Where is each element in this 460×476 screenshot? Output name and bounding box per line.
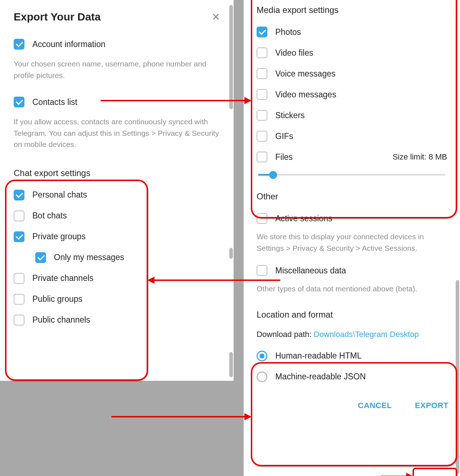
only-my-messages-label: Only my messages (54, 253, 124, 262)
photos-label: Photos (275, 27, 301, 37)
private-groups-checkbox[interactable] (14, 231, 24, 242)
private-groups-row[interactable]: Private groups (14, 226, 220, 247)
private-channels-label: Private channels (32, 273, 93, 283)
video-messages-row[interactable]: Video messages (257, 84, 447, 105)
format-html-label: Human-readable HTML (275, 351, 362, 361)
video-messages-checkbox[interactable] (257, 89, 267, 100)
other-section: Other Active sessions We store this to d… (244, 183, 460, 301)
personal-chats-label: Personal chats (32, 190, 87, 200)
active-sessions-row[interactable]: Active sessions (257, 208, 447, 229)
close-icon[interactable]: ✕ (212, 11, 220, 23)
photos-row[interactable]: Photos (257, 22, 447, 42)
other-title: Other (257, 191, 447, 202)
stickers-row[interactable]: Stickers (257, 105, 447, 126)
format-html-row[interactable]: Human-readable HTML (257, 346, 447, 366)
public-groups-checkbox[interactable] (14, 294, 24, 305)
export-dialog-left: Export Your Data ✕ Account information Y… (0, 0, 234, 381)
misc-data-desc: Other types of data not mentioned above … (257, 281, 447, 301)
only-my-messages-checkbox[interactable] (35, 252, 46, 263)
files-label: Files (275, 152, 293, 162)
download-path-label: Download path: (257, 330, 314, 339)
format-json-row[interactable]: Machine-readable JSON (257, 366, 447, 387)
size-limit-label: Size limit: 8 MB (392, 152, 447, 162)
public-groups-label: Public groups (32, 294, 82, 304)
location-format-section: Location and format Download path: Downl… (244, 301, 460, 387)
dialog-header: Export Your Data ✕ (0, 0, 234, 30)
misc-data-checkbox[interactable] (257, 265, 267, 276)
scrollbar-left-1[interactable] (229, 5, 233, 109)
bot-chats-checkbox[interactable] (14, 211, 24, 221)
private-groups-label: Private groups (32, 232, 86, 241)
voice-messages-checkbox[interactable] (257, 68, 267, 79)
video-files-checkbox[interactable] (257, 47, 267, 58)
account-info-desc: Your chosen screen name, username, phone… (0, 58, 234, 88)
misc-data-label: Miscellaneous data (275, 266, 346, 276)
format-html-radio[interactable] (257, 351, 267, 361)
voice-messages-label: Voice messages (275, 69, 335, 79)
files-checkbox[interactable] (257, 152, 267, 162)
media-export-title: Media export settings (257, 0, 447, 15)
active-sessions-checkbox[interactable] (257, 213, 267, 224)
download-path-link[interactable]: Downloads\Telegram Desktop (314, 330, 419, 339)
account-info-row[interactable]: Account information (14, 34, 220, 55)
bot-chats-label: Bot chats (32, 211, 67, 221)
dialog-buttons: CANCEL EXPORT (244, 387, 460, 417)
active-sessions-desc: We store this to display your connected … (257, 229, 447, 260)
contacts-section: Contacts list (0, 88, 234, 116)
public-channels-label: Public channels (32, 315, 90, 325)
public-channels-row[interactable]: Public channels (14, 310, 220, 331)
voice-messages-row[interactable]: Voice messages (257, 63, 447, 84)
export-dialog-right: Media export settings Photos Video files… (244, 0, 460, 476)
size-slider-track[interactable] (258, 174, 446, 176)
public-groups-row[interactable]: Public groups (14, 289, 220, 310)
files-row[interactable]: Files Size limit: 8 MB (257, 147, 447, 167)
gifs-label: GIFs (275, 131, 293, 141)
stickers-label: Stickers (275, 111, 305, 120)
video-files-row[interactable]: Video files (257, 42, 447, 63)
account-info-label: Account information (32, 40, 105, 49)
size-slider[interactable] (257, 167, 447, 183)
gifs-checkbox[interactable] (257, 131, 267, 142)
cancel-button[interactable]: CANCEL (351, 398, 399, 413)
chat-export-section: Chat export settings Personal chats Bot … (0, 157, 234, 334)
dialog-title: Export Your Data (14, 11, 101, 23)
account-section: Account information (0, 30, 234, 58)
scrollbar-left-2[interactable] (229, 248, 233, 259)
format-json-label: Machine-readable JSON (275, 372, 366, 382)
scrollbar-right[interactable] (456, 280, 459, 474)
format-json-radio[interactable] (257, 371, 267, 382)
gifs-row[interactable]: GIFs (257, 126, 447, 147)
export-button[interactable]: EXPORT (409, 398, 455, 413)
video-files-label: Video files (275, 48, 313, 58)
location-format-title: Location and format (257, 310, 447, 320)
contacts-row[interactable]: Contacts list (14, 92, 220, 112)
stickers-checkbox[interactable] (257, 110, 267, 121)
chat-export-title: Chat export settings (14, 168, 220, 178)
bot-chats-row[interactable]: Bot chats (14, 205, 220, 226)
account-info-checkbox[interactable] (14, 39, 24, 50)
personal-chats-row[interactable]: Personal chats (14, 185, 220, 205)
video-messages-label: Video messages (275, 90, 336, 100)
photos-checkbox[interactable] (257, 27, 267, 37)
media-export-section: Media export settings Photos Video files… (244, 0, 460, 183)
scrollbar-left-3[interactable] (229, 352, 233, 377)
public-channels-checkbox[interactable] (14, 315, 24, 325)
size-slider-thumb[interactable] (269, 171, 277, 179)
only-my-messages-row[interactable]: Only my messages (14, 247, 220, 268)
personal-chats-checkbox[interactable] (14, 190, 24, 200)
contacts-label: Contacts list (32, 97, 77, 107)
private-channels-row[interactable]: Private channels (14, 268, 220, 289)
private-channels-checkbox[interactable] (14, 273, 24, 284)
download-path-row: Download path: Downloads\Telegram Deskto… (257, 326, 447, 346)
active-sessions-label: Active sessions (275, 214, 332, 223)
contacts-desc: If you allow access, contacts are contin… (0, 116, 234, 157)
annotation-arrow-3 (111, 410, 252, 424)
misc-data-row[interactable]: Miscellaneous data (257, 260, 447, 281)
contacts-checkbox[interactable] (14, 97, 24, 107)
